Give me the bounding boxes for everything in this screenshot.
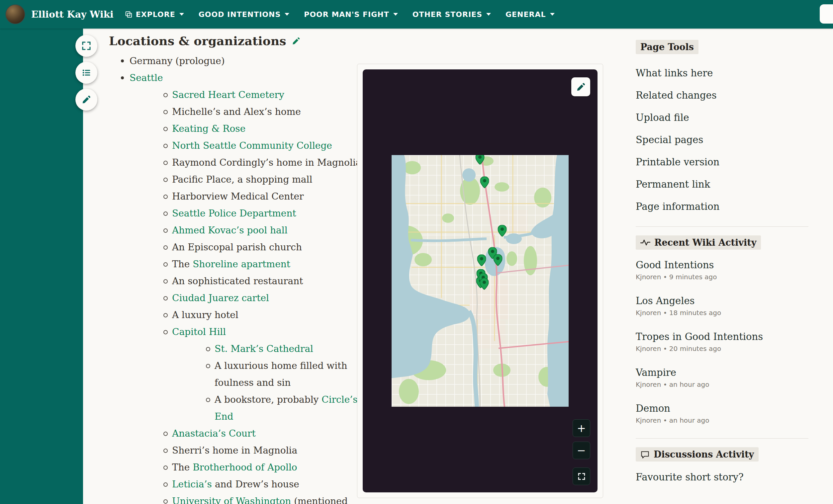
list-item: An Episcopal parish church — [151, 239, 361, 256]
list-item: Anastacia’s Court — [151, 425, 361, 442]
map-edit-button[interactable] — [571, 77, 590, 96]
activity-link-los-angeles[interactable]: Los Angeles — [636, 295, 694, 307]
left-rail — [0, 28, 83, 504]
edit-page-button[interactable] — [75, 89, 97, 111]
page-title: Locations & organizations — [109, 34, 286, 48]
divider — [636, 438, 808, 439]
right-sidebar: Page Tools What links hereRelated change… — [636, 40, 822, 483]
map-marker-icon[interactable] — [498, 225, 507, 238]
activity-pulse-icon — [640, 239, 650, 246]
page-tool-permanent-link[interactable]: Permanent link — [636, 173, 822, 196]
activity-meta: Kjnoren • 20 minutes ago — [636, 345, 822, 353]
wiki-link-leticia-s[interactable]: Leticia’s — [172, 479, 212, 490]
list-item: Pacific Place, a shopping mall — [151, 171, 361, 188]
page-tool-what-links-here[interactable]: What links here — [636, 62, 822, 84]
list-item: Leticia’s and Drew’s house — [151, 476, 361, 493]
map-marker-icon[interactable] — [494, 254, 502, 267]
locations-list: Germany (prologue)SeattleSacred Heart Ce… — [109, 52, 361, 504]
chevron-down-icon — [393, 13, 398, 16]
search-button[interactable] — [820, 4, 833, 24]
page-tools-heading: Page Tools — [636, 40, 698, 54]
chevron-down-icon — [550, 13, 555, 16]
chevron-down-icon — [486, 13, 491, 16]
activity-item: Tropes in Good IntentionsKjnoren • 20 mi… — [636, 331, 822, 353]
list-item: Ahmed Kovac’s pool hall — [151, 222, 361, 239]
discussion-link[interactable]: Favourite short story? — [636, 472, 822, 483]
list-item: Germany (prologue) — [109, 52, 361, 69]
list-item: The Brotherhood of Apollo — [151, 459, 361, 476]
edit-section-button[interactable] — [292, 37, 301, 46]
list-item: A luxury hotel — [151, 307, 361, 323]
wiki-logo[interactable] — [5, 4, 25, 24]
page-tool-printable-version[interactable]: Printable version — [636, 151, 822, 173]
wiki-link-ahmed-kovac-s-pool-hall[interactable]: Ahmed Kovac’s pool hall — [172, 225, 288, 236]
nav-item-general[interactable]: GENERAL — [505, 10, 555, 19]
wiki-link-ciudad-juarez-cartel[interactable]: Ciudad Juarez cartel — [172, 292, 269, 304]
activity-item: VampireKjnoren • an hour ago — [636, 366, 822, 388]
page-tool-related-changes[interactable]: Related changes — [636, 84, 822, 106]
map-marker-icon[interactable] — [480, 177, 489, 190]
list-item: Ciudad Juarez cartel — [151, 289, 361, 307]
activity-link-vampire[interactable]: Vampire — [636, 366, 676, 379]
wiki-link-seattle-police-department[interactable]: Seattle Police Department — [172, 208, 296, 219]
map-figure: + − — [357, 64, 603, 498]
list-item: University of Washington (mentioned — [151, 493, 361, 504]
recent-activity-heading: Recent Wiki Activity — [636, 235, 761, 250]
page-tool-page-information[interactable]: Page information — [636, 196, 822, 218]
nav-menu: EXPLOREGOOD INTENTIONSPOOR MAN'S FIGHTOT… — [125, 0, 569, 28]
wiki-link-seattle[interactable]: Seattle — [129, 72, 163, 83]
wiki-link-university-of-washington[interactable]: University of Washington — [172, 496, 291, 504]
page-tool-special-pages[interactable]: Special pages — [636, 129, 822, 151]
activity-meta: Kjnoren • 18 minutes ago — [636, 309, 822, 317]
list-item: Seattle Police Department — [151, 205, 361, 222]
list-item: Capitol HillSt. Mark’s CathedralA luxuri… — [151, 323, 361, 425]
page-tool-upload-file[interactable]: Upload file — [636, 106, 822, 129]
nav-item-good-intentions[interactable]: GOOD INTENTIONS — [199, 10, 290, 19]
activity-item: DemonKjnoren • an hour ago — [636, 402, 822, 424]
wiki-link-brotherhood-of-apollo[interactable]: Brotherhood of Apollo — [193, 462, 297, 473]
recent-activity-list: Good IntentionsKjnoren • 9 minutes agoLo… — [636, 259, 822, 424]
activity-link-good-intentions[interactable]: Good Intentions — [636, 259, 714, 271]
activity-item: Los AngelesKjnoren • 18 minutes ago — [636, 295, 822, 317]
wiki-link-capitol-hill[interactable]: Capitol Hill — [172, 327, 226, 337]
activity-meta: Kjnoren • 9 minutes ago — [636, 273, 822, 281]
expand-button[interactable] — [75, 35, 97, 57]
wiki-link-sacred-heart-cemetery[interactable]: Sacred Heart Cemetery — [172, 89, 284, 100]
list-item: Sherri’s home in Magnolia — [151, 442, 361, 459]
map-fullscreen-button[interactable] — [573, 467, 590, 485]
wiki-title[interactable]: Elliott Kay Wiki — [31, 9, 114, 20]
map-marker-icon[interactable] — [480, 278, 489, 291]
wiki-link-shoreline-apartment[interactable]: Shoreline apartment — [193, 259, 290, 270]
activity-link-tropes-in-good-intentions[interactable]: Tropes in Good Intentions — [636, 331, 763, 343]
fullscreen-icon — [81, 41, 92, 51]
list-item: SeattleSacred Heart CemeteryMichelle’s a… — [109, 69, 361, 504]
pencil-icon — [292, 37, 301, 46]
nav-item-poor-man-s-fight[interactable]: POOR MAN'S FIGHT — [304, 10, 398, 19]
fullscreen-icon — [577, 472, 586, 481]
main-content: Locations & organizations Germany (prolo… — [109, 34, 361, 504]
list-item: Michelle’s and Alex’s home — [151, 103, 361, 120]
nav-item-explore[interactable]: EXPLORE — [125, 10, 184, 19]
list-icon — [81, 67, 92, 78]
wiki-link-keating-rose[interactable]: Keating & Rose — [172, 123, 245, 134]
contents-button[interactable] — [75, 62, 97, 84]
map-marker-icon[interactable] — [477, 255, 486, 268]
map-markers — [391, 155, 569, 407]
map[interactable] — [391, 155, 569, 407]
list-item: A luxurious home filled with foulness an… — [194, 357, 361, 391]
activity-meta: Kjnoren • an hour ago — [636, 416, 822, 424]
discussions-icon — [640, 450, 650, 459]
wiki-link-anastacia-s-court[interactable]: Anastacia’s Court — [172, 428, 256, 439]
zoom-in-button[interactable]: + — [573, 419, 590, 437]
wiki-link-st-mark-s-cathedral[interactable]: St. Mark’s Cathedral — [215, 343, 313, 354]
map-marker-icon[interactable] — [475, 155, 484, 166]
activity-link-demon[interactable]: Demon — [636, 402, 670, 414]
list-item: Raymond Cordingly’s home in Magnolia — [151, 154, 361, 171]
divider — [636, 226, 808, 227]
wiki-link-north-seattle-community-college[interactable]: North Seattle Community College — [172, 140, 332, 151]
map-card: + − — [363, 69, 597, 493]
list-item: An sophisticated restaurant — [151, 272, 361, 289]
nav-item-other-stories[interactable]: OTHER STORIES — [412, 10, 491, 19]
zoom-out-button[interactable]: − — [573, 441, 590, 459]
activity-item: Good IntentionsKjnoren • 9 minutes ago — [636, 259, 822, 281]
